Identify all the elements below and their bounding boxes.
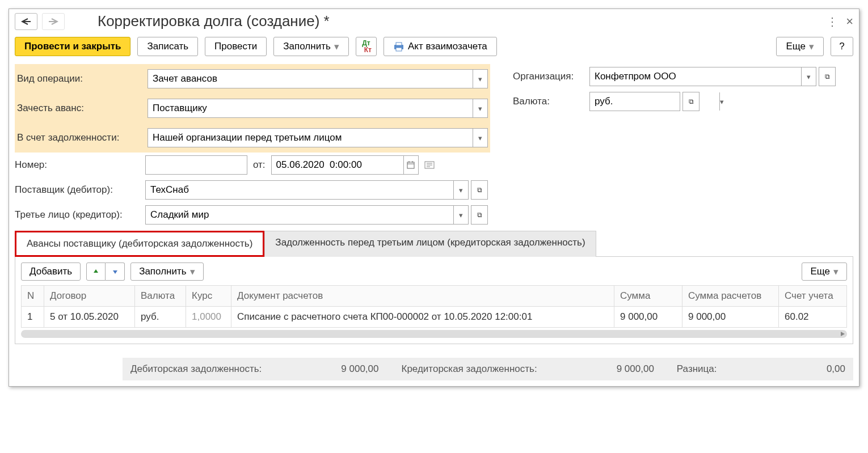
op-type-input[interactable]: ▾ (148, 69, 488, 88)
currency-label: Валюта: (513, 96, 589, 107)
col-sum[interactable]: Сумма (614, 286, 682, 307)
svg-rect-5 (407, 162, 414, 168)
cell-contract: 5 от 10.05.2020 (44, 307, 135, 328)
debt-field[interactable] (148, 129, 473, 147)
fill-rows-label: Заполнить (139, 266, 186, 277)
col-n[interactable]: N (22, 286, 44, 307)
from-label: от: (247, 159, 271, 171)
open-ref-button[interactable]: ⧉ (682, 92, 700, 111)
date-input[interactable] (271, 155, 419, 175)
advance-field[interactable] (148, 99, 473, 117)
svg-rect-3 (396, 43, 402, 45)
printer-icon (393, 41, 404, 52)
tab-advances[interactable]: Авансы поставщику (дебиторская задолженн… (15, 231, 264, 257)
number-input[interactable] (145, 155, 247, 175)
supplier-field[interactable] (146, 181, 453, 199)
open-external-icon: ⧉ (825, 73, 830, 81)
org-field[interactable] (590, 67, 801, 86)
offset-act-label: Акт взаимозачета (408, 41, 487, 52)
col-sum-calc[interactable]: Сумма расчетов (682, 286, 779, 307)
grid-header-row: N Договор Валюта Курс Документ расчетов … (22, 286, 847, 307)
offset-act-button[interactable]: Акт взаимозачета (384, 37, 497, 56)
col-rate[interactable]: Курс (186, 286, 231, 307)
col-contract[interactable]: Договор (44, 286, 135, 307)
dropdown-icon[interactable]: ▾ (801, 67, 816, 86)
fill-button-label: Заполнить (283, 41, 330, 52)
tab-debt-third[interactable]: Задолженность перед третьим лицом (креди… (264, 231, 596, 257)
dropdown-icon[interactable]: ▾ (453, 206, 468, 224)
third-field[interactable] (146, 206, 453, 224)
tab-content: Добавить Заполнить ▾ Еще ▾ (15, 256, 853, 344)
open-ref-button[interactable]: ⧉ (471, 205, 488, 225)
caret-down-icon: ▾ (833, 266, 838, 278)
op-type-row: Вид операции: ▾ (15, 64, 490, 94)
more-label: Еще (786, 41, 806, 52)
cell-account: 60.02 (779, 307, 847, 328)
diff-value: 0,00 (827, 363, 845, 375)
cell-n: 1 (22, 307, 44, 328)
currency-input[interactable]: ▾ (589, 92, 680, 111)
window-title: Корректировка долга (создание) * (98, 12, 822, 30)
debit-label: Дебиторская задолженность: (130, 363, 262, 375)
post-button[interactable]: Провести (205, 37, 267, 56)
fill-rows-button[interactable]: Заполнить ▾ (130, 263, 203, 281)
currency-field[interactable] (590, 92, 719, 111)
caret-down-icon: ▾ (190, 266, 195, 278)
post-and-close-button[interactable]: Провести и закрыть (15, 37, 130, 56)
table-row[interactable]: 1 5 от 10.05.2020 руб. 1,0000 Списание с… (22, 307, 847, 328)
move-down-button[interactable] (106, 263, 125, 281)
nav-forward-button[interactable] (42, 13, 65, 30)
svg-rect-4 (396, 48, 402, 51)
open-ref-button[interactable]: ⧉ (471, 180, 488, 200)
date-field[interactable] (272, 156, 403, 174)
dropdown-icon[interactable]: ▾ (473, 70, 487, 88)
tab-more-label: Еще (810, 266, 830, 277)
debt-input[interactable]: ▾ (148, 128, 488, 147)
supplier-input[interactable]: ▾ (145, 180, 469, 200)
window: Корректировка долга (создание) * ⋮ × Про… (9, 9, 859, 387)
col-doc[interactable]: Документ расчетов (231, 286, 614, 307)
number-row: Номер: от: (15, 153, 490, 177)
supplier-label: Поставщик (дебитор): (15, 184, 145, 196)
caret-down-icon: ▾ (809, 41, 814, 53)
third-label: Третье лицо (кредитор): (15, 209, 145, 221)
cell-sum: 9 000,00 (614, 307, 682, 328)
main-toolbar: Провести и закрыть Записать Провести Зап… (9, 33, 859, 62)
dt-kt-icon: ДтКт (361, 40, 372, 53)
tab-toolbar: Добавить Заполнить ▾ Еще ▾ (21, 263, 847, 281)
dropdown-icon[interactable]: ▾ (453, 181, 468, 199)
dropdown-icon[interactable]: ▾ (473, 129, 487, 147)
nav-back-button[interactable] (15, 13, 37, 30)
org-input[interactable]: ▾ (589, 67, 816, 86)
move-up-button[interactable] (86, 263, 106, 281)
more-button[interactable]: Еще ▾ (776, 37, 824, 56)
open-ref-button[interactable]: ⧉ (819, 67, 836, 86)
note-icon[interactable] (424, 161, 435, 169)
calendar-icon[interactable] (403, 156, 418, 174)
kebab-menu-icon[interactable]: ⋮ (827, 15, 838, 28)
add-row-button[interactable]: Добавить (21, 263, 81, 281)
horizontal-scrollbar[interactable] (21, 330, 847, 338)
save-button[interactable]: Записать (137, 37, 198, 56)
col-currency[interactable]: Валюта (135, 286, 186, 307)
tab-more-button[interactable]: Еще ▾ (802, 263, 847, 281)
open-external-icon: ⧉ (477, 186, 482, 194)
dt-kt-button[interactable]: ДтКт (356, 37, 377, 56)
op-type-field[interactable] (148, 70, 473, 88)
dropdown-icon[interactable]: ▾ (719, 92, 724, 111)
col-account[interactable]: Счет учета (779, 286, 847, 307)
op-type-label: Вид операции: (17, 73, 148, 84)
open-external-icon: ⧉ (689, 98, 694, 105)
currency-row: Валюта: ▾ ⧉ (513, 89, 836, 114)
close-icon[interactable]: × (846, 14, 853, 29)
help-button[interactable]: ? (831, 37, 853, 56)
form-area: Вид операции: ▾ Зачесть аванс: ▾ В счет … (9, 62, 859, 350)
dropdown-icon[interactable]: ▾ (473, 99, 487, 117)
diff-label: Разница: (677, 363, 717, 375)
fill-button[interactable]: Заполнить ▾ (273, 37, 348, 56)
open-external-icon: ⧉ (477, 211, 482, 219)
third-input[interactable]: ▾ (145, 205, 469, 225)
tabs: Авансы поставщику (дебиторская задолженн… (15, 231, 853, 257)
credit-value: 9 000,00 (617, 363, 654, 375)
advance-input[interactable]: ▾ (148, 99, 488, 118)
